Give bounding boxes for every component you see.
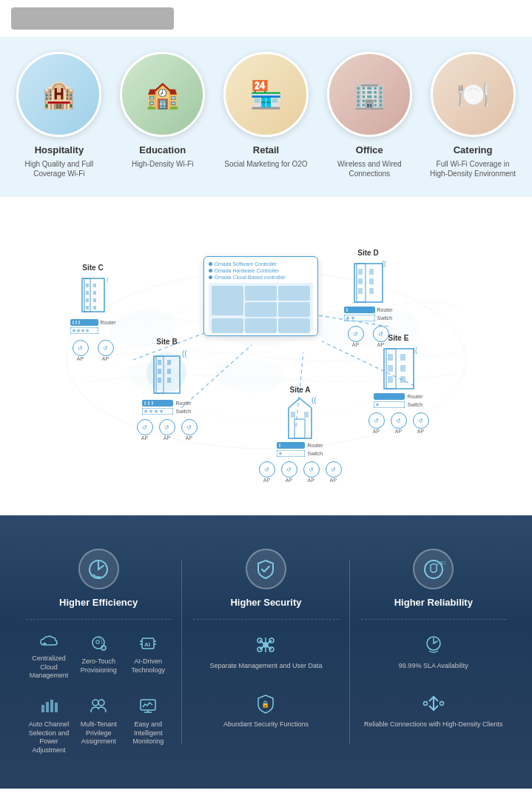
reliability-icon-svg: 24/7 xyxy=(422,558,445,581)
svg-rect-75 xyxy=(400,365,405,372)
sla-label: 99.99% SLA Availability xyxy=(399,662,468,671)
svg-point-54 xyxy=(279,452,282,455)
svg-text:24/7: 24/7 xyxy=(437,561,445,566)
site-e-switch-label: Switch xyxy=(407,402,422,407)
use-case-desc-catering: Full Wi-Fi Coverage in High-Density Envi… xyxy=(428,159,517,178)
site-b-ap2-icon: ↺ xyxy=(159,419,175,435)
site-d-devices: Router Switch xyxy=(344,307,393,321)
use-case-hospitality: 🏨 Hospitality High Quality and Full Cove… xyxy=(15,52,104,178)
feature-column-efficiency: Higher Efficiency ☁ Centralized Cloud Ma… xyxy=(15,538,182,766)
use-case-title-office: Office xyxy=(356,144,383,155)
svg-rect-9 xyxy=(86,284,89,287)
cloud-icon: ☁ xyxy=(39,635,58,651)
svg-text:☁: ☁ xyxy=(42,640,47,645)
svg-text:✓: ✓ xyxy=(103,646,105,650)
use-case-desc-hospitality: High Quality and Full Coverage Wi-Fi xyxy=(15,159,104,178)
site-b-ap1: ↺ AP xyxy=(137,419,153,441)
security-item-separate: Separate Management and User Data xyxy=(209,635,322,671)
zerotouch-label: Zero-Touch Provisioning xyxy=(75,658,121,675)
svg-rect-94 xyxy=(50,700,53,712)
svg-rect-78 xyxy=(374,393,405,400)
use-case-image-catering: 🍽️ xyxy=(433,54,514,135)
feature-items-reliability: 99.99% SLA Availability Reliable Connect… xyxy=(361,635,506,729)
efficiency-item-channel: Auto Channel Selection and Power Adjustm… xyxy=(26,697,72,755)
controller-title-1: Omada Software Controller xyxy=(209,261,313,267)
diagram-section: Omada Software Controller Omada Hardware… xyxy=(0,197,532,515)
site-e-router-icon xyxy=(374,393,405,400)
efficiency-items-row2: Auto Channel Selection and Power Adjustm… xyxy=(26,697,171,755)
svg-rect-30 xyxy=(158,360,161,365)
svg-rect-60 xyxy=(369,269,374,275)
site-d-switch-label: Switch xyxy=(377,315,393,321)
site-b-ap2-label: AP xyxy=(164,435,170,441)
controller-screen xyxy=(209,283,313,331)
svg-text:((: (( xyxy=(413,347,417,354)
screen-block-7 xyxy=(245,318,277,333)
svg-rect-61 xyxy=(369,278,374,284)
use-case-image-retail: 🏪 xyxy=(226,54,306,135)
site-e-ap3-label: AP xyxy=(417,429,424,434)
tenant-label: Multi-Tenant Privilege Assignment xyxy=(75,720,121,746)
use-cases-section: 🏨 Hospitality High Quality and Full Cove… xyxy=(0,37,532,197)
site-a-ap2-label: AP xyxy=(286,478,292,483)
site-b-router-icon xyxy=(142,400,173,406)
dense-icon xyxy=(422,693,445,717)
monitor-icon xyxy=(138,697,158,717)
site-a-ap1-label: AP xyxy=(263,478,270,483)
site-a-ap3-icon: ↺ xyxy=(303,461,320,478)
svg-rect-32 xyxy=(158,378,161,383)
efficiency-item-zerotouch: ✓ Zero-Touch Provisioning xyxy=(75,635,121,680)
security-item-abundant: 🔒 Abundant Security Functions xyxy=(223,693,309,729)
controller-dot-2 xyxy=(209,269,212,272)
use-case-catering: 🍽️ Catering Full Wi-Fi Coverage in High-… xyxy=(428,52,517,178)
site-d-router-row: Router xyxy=(344,307,393,313)
use-case-circle-catering: 🍽️ xyxy=(431,52,516,137)
svg-rect-48 xyxy=(291,412,295,418)
site-e-switch-icon xyxy=(374,401,405,408)
efficiency-items-row1: ☁ Centralized Cloud Management ✓ Zero-To… xyxy=(26,635,171,680)
use-case-office: 🏢 Office Wireless and Wired Connections xyxy=(325,52,414,178)
dense-label: Reliable Connections with High-Density C… xyxy=(364,720,503,729)
site-e-aps: ↺ AP ↺ AP ↺ AP xyxy=(368,412,429,434)
site-e-ap2-icon: ↺ xyxy=(391,412,407,429)
site-d-label: Site D xyxy=(357,249,378,257)
site-c-building: (( xyxy=(78,275,108,315)
features-grid: Higher Efficiency ☁ Centralized Cloud Ma… xyxy=(15,538,517,766)
site-e-switch-row: Switch xyxy=(374,401,422,408)
site-c-ap2-icon: ↺ xyxy=(98,340,114,356)
use-case-desc-education: High-Density Wi-Fi xyxy=(132,159,193,169)
cloud-label: Centralized Cloud Management xyxy=(26,655,72,680)
site-c-node: Site C (( Router xyxy=(70,264,116,361)
sla-icon xyxy=(422,635,445,658)
svg-rect-47 xyxy=(294,419,305,438)
svg-rect-59 xyxy=(358,288,363,294)
svg-marker-46 xyxy=(289,398,312,438)
svg-rect-37 xyxy=(142,400,173,406)
site-a-ap3: ↺ AP xyxy=(303,461,320,483)
use-case-image-education: 🏫 xyxy=(122,54,203,135)
ai-label: AI-Driven Technology xyxy=(125,658,171,675)
site-b-ap1-label: AP xyxy=(141,435,148,441)
feature-column-security: Higher Security Separate Management and … xyxy=(182,538,349,766)
top-banner xyxy=(11,7,174,30)
site-a-ap3-label: AP xyxy=(308,478,314,483)
svg-rect-93 xyxy=(46,702,49,712)
site-c-router-icon xyxy=(70,319,98,326)
site-e-ap3: ↺ AP xyxy=(413,412,429,434)
site-b-ap3-label: AP xyxy=(186,435,192,441)
site-b-ap2: ↺ AP xyxy=(159,419,175,441)
use-case-circle-retail: 🏪 xyxy=(223,52,309,137)
site-b-router-label: Router xyxy=(175,401,191,406)
feature-icon-security xyxy=(246,549,286,589)
site-d-ap1-icon: ↺ xyxy=(348,326,364,342)
svg-rect-33 xyxy=(167,360,171,365)
security-item-1-row: Separate Management and User Data xyxy=(193,635,338,671)
site-c-router-label: Router xyxy=(101,320,116,325)
site-e-building: (( xyxy=(380,345,417,391)
site-a-devices: Router Switch xyxy=(277,442,323,457)
svg-rect-71 xyxy=(388,354,393,361)
site-b-node: Site B (( Router Swit xyxy=(137,338,198,441)
site-e-ap2-label: AP xyxy=(395,429,402,434)
security-item-2-row: 🔒 Abundant Security Functions xyxy=(193,693,338,729)
efficiency-item-cloud: ☁ Centralized Cloud Management xyxy=(26,635,72,680)
